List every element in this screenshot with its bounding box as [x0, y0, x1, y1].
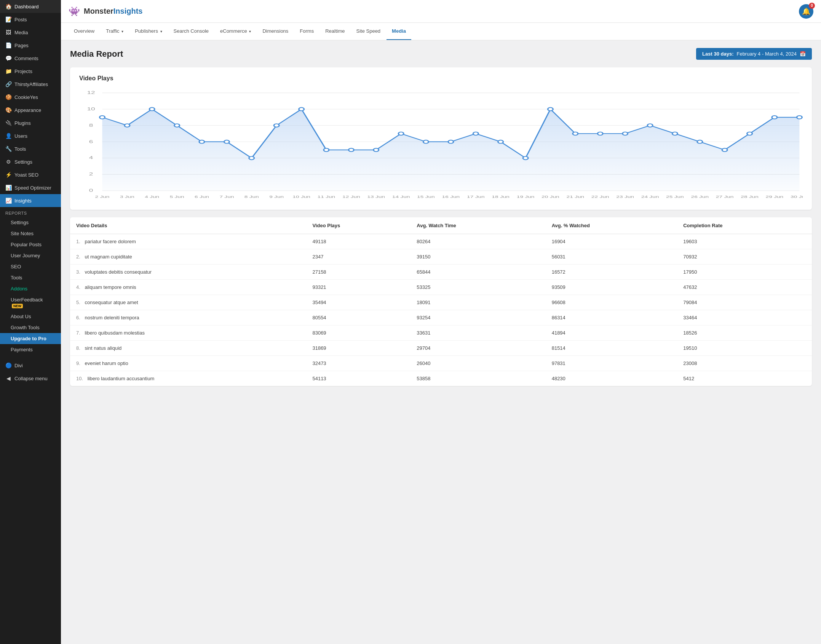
sidebar-item-popular-posts[interactable]: Popular Posts: [0, 239, 61, 250]
sidebar-item-plugins[interactable]: 🔌 Plugins: [0, 116, 61, 129]
svg-point-21: [249, 156, 254, 160]
yoast-icon: ⚡: [5, 172, 11, 178]
svg-text:7 Jun: 7 Jun: [219, 194, 234, 199]
sidebar-item-tools[interactable]: 🔧 Tools: [0, 142, 61, 155]
svg-point-36: [623, 132, 628, 135]
tab-dimensions[interactable]: Dimensions: [257, 23, 294, 40]
reports-section-label: Reports: [0, 207, 61, 217]
sidebar-item-appearance[interactable]: 🎨 Appearance: [0, 104, 61, 116]
svg-point-16: [125, 124, 130, 127]
sidebar-item-speed[interactable]: 📊 Speed Optimizer: [0, 181, 61, 194]
cell-pct-watched: 41894: [546, 325, 677, 341]
cell-watch-time: 39150: [410, 249, 545, 265]
sidebar-item-site-notes[interactable]: Site Notes: [0, 228, 61, 239]
tab-publishers[interactable]: Publishers ▾: [129, 23, 167, 40]
tab-traffic[interactable]: Traffic ▾: [101, 23, 129, 40]
svg-point-22: [274, 124, 279, 127]
posts-icon: 📝: [5, 16, 11, 22]
tab-ecommerce[interactable]: eCommerce ▾: [215, 23, 256, 40]
sidebar-item-addons[interactable]: Addons: [0, 283, 61, 294]
sidebar-item-growth-tools[interactable]: Growth Tools: [0, 322, 61, 333]
sidebar: 🏠 Dashboard 📝 Posts 🖼 Media 📄 Pages 💬 Co…: [0, 0, 61, 644]
svg-point-17: [149, 107, 155, 111]
dashboard-icon: 🏠: [5, 3, 11, 10]
sidebar-item-comments[interactable]: 💬 Comments: [0, 52, 61, 65]
divi-icon: 🔵: [5, 362, 11, 368]
sidebar-item-tools-sub[interactable]: Tools: [0, 272, 61, 283]
svg-text:6 Jun: 6 Jun: [195, 194, 209, 199]
sidebar-item-settings[interactable]: ⚙ Settings: [0, 155, 61, 168]
content-header: Media Report Last 30 days: February 4 - …: [70, 48, 812, 60]
svg-point-24: [324, 148, 329, 152]
svg-point-38: [672, 132, 677, 135]
sidebar-item-thirsty[interactable]: 🔗 ThirstyAffiliates: [0, 78, 61, 91]
sidebar-item-user-journey[interactable]: User Journey: [0, 250, 61, 261]
cell-watch-time: 26040: [410, 356, 545, 371]
tab-search-console[interactable]: Search Console: [168, 23, 214, 40]
svg-text:20 Jun: 20 Jun: [541, 194, 559, 199]
cell-pct-watched: 56031: [546, 249, 677, 265]
sidebar-item-label: Pages: [14, 43, 29, 48]
svg-text:4 Jun: 4 Jun: [145, 194, 159, 199]
video-plays-chart: 12 10 8 6 4 2 0: [79, 88, 803, 202]
svg-marker-14: [102, 109, 799, 191]
content-area: Media Report Last 30 days: February 4 - …: [61, 40, 821, 644]
svg-text:22 Jun: 22 Jun: [591, 194, 609, 199]
date-range-button[interactable]: Last 30 days: February 4 - March 4, 2024…: [696, 48, 812, 60]
sidebar-item-upgrade[interactable]: Upgrade to Pro: [0, 333, 61, 344]
sidebar-item-divi[interactable]: 🔵 Divi: [0, 359, 61, 372]
svg-point-39: [697, 140, 703, 143]
cell-video-detail: 4. aliquam tempore omnis: [70, 280, 306, 295]
chart-container: 12 10 8 6 4 2 0: [79, 88, 803, 202]
cell-video-plays: 54113: [306, 371, 410, 386]
settings-icon: ⚙: [5, 159, 11, 165]
sidebar-item-collapse[interactable]: ◀ Collapse menu: [0, 372, 61, 385]
cookieyes-icon: 🍪: [5, 94, 11, 100]
insights-icon: 📈: [5, 198, 11, 204]
cell-watch-time: 18091: [410, 295, 545, 310]
table-row: 2. ut magnam cupiditate 2347 39150 56031…: [70, 249, 812, 265]
tab-site-speed[interactable]: Site Speed: [351, 23, 386, 40]
svg-point-30: [473, 132, 478, 135]
sidebar-item-users[interactable]: 👤 Users: [0, 129, 61, 142]
tab-forms[interactable]: Forms: [294, 23, 319, 40]
video-title: voluptates debitis consequatur: [85, 269, 152, 275]
publishers-dropdown-arrow: ▾: [160, 29, 162, 33]
svg-text:28 Jun: 28 Jun: [741, 194, 759, 199]
tab-media[interactable]: Media: [387, 23, 411, 40]
sidebar-item-posts[interactable]: 📝 Posts: [0, 13, 61, 26]
sidebar-item-about-us[interactable]: About Us: [0, 311, 61, 322]
table-body: 1. pariatur facere dolorem 49118 80264 1…: [70, 234, 812, 386]
sidebar-item-payments[interactable]: Payments: [0, 344, 61, 355]
tab-overview[interactable]: Overview: [69, 23, 100, 40]
cell-video-plays: 27158: [306, 265, 410, 280]
cell-video-detail: 10. libero laudantium accusantium: [70, 371, 306, 386]
sidebar-item-label: Speed Optimizer: [14, 185, 51, 191]
sidebar-item-cookieyes[interactable]: 🍪 CookieYes: [0, 91, 61, 104]
table-row: 10. libero laudantium accusantium 54113 …: [70, 371, 812, 386]
sidebar-item-label: Media: [14, 30, 28, 35]
row-number: 2.: [76, 254, 80, 260]
sidebar-item-settings-sub[interactable]: Settings: [0, 217, 61, 228]
svg-text:12: 12: [87, 90, 95, 95]
comments-icon: 💬: [5, 55, 11, 61]
page-title: Media Report: [70, 49, 123, 59]
sidebar-item-pages[interactable]: 📄 Pages: [0, 39, 61, 52]
sidebar-item-userfeedback[interactable]: UserFeedback NEW: [0, 294, 61, 311]
tab-realtime[interactable]: Realtime: [320, 23, 350, 40]
cell-video-plays: 32473: [306, 356, 410, 371]
sidebar-item-insights[interactable]: 📈 Insights: [0, 194, 61, 207]
notification-bell[interactable]: 🔔 0: [799, 4, 813, 19]
cell-video-plays: 93321: [306, 280, 410, 295]
cell-pct-watched: 16572: [546, 265, 677, 280]
sidebar-item-seo[interactable]: SEO: [0, 261, 61, 272]
sidebar-item-dashboard[interactable]: 🏠 Dashboard: [0, 0, 61, 13]
svg-text:11 Jun: 11 Jun: [318, 194, 335, 199]
cell-pct-watched: 81514: [546, 341, 677, 356]
cell-watch-time: 65844: [410, 265, 545, 280]
sidebar-item-media[interactable]: 🖼 Media: [0, 26, 61, 39]
svg-point-27: [398, 132, 404, 135]
svg-text:9 Jun: 9 Jun: [269, 194, 284, 199]
sidebar-item-yoast[interactable]: ⚡ Yoast SEO: [0, 168, 61, 181]
sidebar-item-projects[interactable]: 📁 Projects: [0, 65, 61, 78]
